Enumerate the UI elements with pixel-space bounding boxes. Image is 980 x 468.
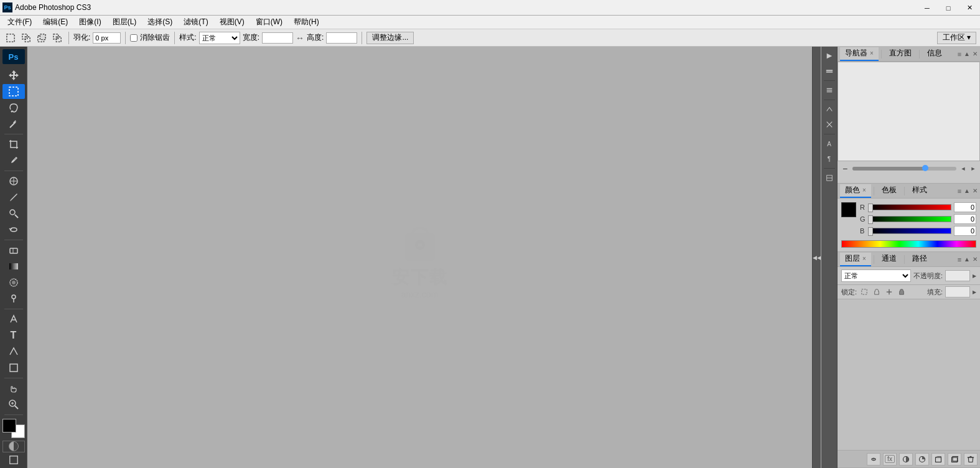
- slider-thumb[interactable]: [922, 165, 928, 171]
- navigator-tab-close[interactable]: ×: [870, 50, 874, 57]
- close-button[interactable]: ✕: [959, 0, 980, 16]
- path-select-button[interactable]: [2, 344, 25, 359]
- add-layer-style-button[interactable]: fx: [883, 453, 897, 466]
- layers-tab[interactable]: 图层 ×: [840, 253, 871, 266]
- menu-image[interactable]: 图像(I): [74, 16, 106, 29]
- menu-view[interactable]: 视图(V): [215, 16, 250, 29]
- add-selection-btn[interactable]: [19, 31, 33, 45]
- mini-tool-2[interactable]: [823, 64, 836, 78]
- zoom-tool-button[interactable]: [2, 397, 25, 412]
- mini-tool-5[interactable]: [823, 118, 836, 131]
- maximize-button[interactable]: □: [938, 0, 959, 16]
- navigator-tab[interactable]: 导航器 ×: [840, 47, 879, 61]
- swatches-tab[interactable]: 色板: [877, 184, 902, 198]
- mini-tool-4[interactable]: [823, 103, 836, 116]
- navigator-close-x[interactable]: ✕: [973, 50, 978, 57]
- g-value-input[interactable]: [954, 214, 976, 224]
- color-tab[interactable]: 颜色 ×: [840, 184, 871, 198]
- delete-layer-button[interactable]: [964, 453, 978, 466]
- layers-tab-close[interactable]: ×: [862, 255, 866, 262]
- nav-arrow-right[interactable]: ►: [969, 164, 978, 173]
- zoom-out-button[interactable]: −: [840, 164, 850, 174]
- foreground-color-swatch[interactable]: [2, 419, 16, 433]
- opacity-input[interactable]: [945, 270, 970, 281]
- mini-tool-8[interactable]: [823, 171, 836, 185]
- r-value-input[interactable]: [954, 202, 976, 212]
- menu-filter[interactable]: 滤镜(T): [179, 16, 213, 29]
- new-layer-button[interactable]: [948, 453, 961, 466]
- crop-tool-button[interactable]: [2, 137, 25, 152]
- screen-mode-button[interactable]: [2, 455, 25, 466]
- info-tab[interactable]: 信息: [922, 47, 947, 61]
- color-collapse-button[interactable]: ▲: [964, 187, 970, 194]
- styles-tab[interactable]: 样式: [907, 184, 932, 198]
- menu-select[interactable]: 选择(S): [142, 16, 177, 29]
- shape-tool-button[interactable]: [2, 360, 25, 375]
- mini-tool-1[interactable]: [823, 49, 836, 63]
- menu-edit[interactable]: 编辑(E): [38, 16, 73, 29]
- swap-icon[interactable]: ↔: [296, 33, 304, 43]
- color-spectrum[interactable]: [841, 240, 976, 248]
- adjust-edges-button[interactable]: 调整边缘...: [366, 32, 414, 44]
- anti-alias-checkbox[interactable]: [130, 34, 138, 42]
- mini-tool-6[interactable]: A: [823, 137, 836, 151]
- fill-input[interactable]: [945, 286, 970, 297]
- new-group-button[interactable]: [931, 453, 945, 466]
- history-brush-button[interactable]: [2, 222, 25, 237]
- healing-brush-button[interactable]: [2, 174, 25, 189]
- dodge-tool-button[interactable]: [2, 291, 25, 306]
- channels-tab[interactable]: 通道: [877, 253, 902, 266]
- b-thumb[interactable]: [868, 227, 873, 236]
- r-thumb[interactable]: [868, 204, 873, 212]
- feather-input[interactable]: [93, 32, 121, 44]
- workspace-button[interactable]: 工作区 ▾: [937, 32, 976, 44]
- gradient-tool-button[interactable]: [2, 259, 25, 274]
- g-thumb[interactable]: [868, 215, 873, 224]
- r-slider[interactable]: [870, 204, 951, 210]
- color-swatch-preview[interactable]: [841, 202, 856, 217]
- opacity-arrow[interactable]: ▶: [973, 273, 976, 279]
- mini-tool-7[interactable]: ¶: [823, 152, 836, 166]
- nav-arrow-left[interactable]: ◄: [959, 164, 968, 173]
- quick-mask-button[interactable]: [2, 441, 25, 452]
- lock-all-btn[interactable]: [897, 287, 907, 297]
- histogram-tab[interactable]: 直方图: [884, 47, 917, 61]
- blend-mode-select[interactable]: 正常 溶解 变暗: [841, 269, 911, 282]
- eyedropper-tool-button[interactable]: [2, 153, 25, 168]
- brush-tool-button[interactable]: [2, 190, 25, 205]
- move-tool-button[interactable]: [2, 68, 25, 83]
- color-menu-button[interactable]: ≡: [958, 187, 961, 195]
- intersect-selection-btn[interactable]: [50, 31, 64, 45]
- fill-arrow[interactable]: ▶: [973, 289, 976, 295]
- new-selection-btn[interactable]: [4, 31, 17, 45]
- lock-position-btn[interactable]: [884, 287, 894, 297]
- color-swatches[interactable]: [2, 419, 25, 438]
- b-value-input[interactable]: [954, 226, 976, 236]
- pen-tool-button[interactable]: [2, 312, 25, 327]
- g-slider[interactable]: [870, 216, 951, 222]
- layers-close-x[interactable]: ✕: [973, 256, 978, 263]
- menu-window[interactable]: 窗口(W): [251, 16, 287, 29]
- subtract-selection-btn[interactable]: [35, 31, 49, 45]
- blur-tool-button[interactable]: [2, 275, 25, 290]
- navigator-menu-button[interactable]: ≡: [958, 50, 961, 58]
- minimize-button[interactable]: ─: [917, 0, 938, 16]
- marquee-tool-button[interactable]: [2, 84, 25, 99]
- menu-file[interactable]: 文件(F): [2, 16, 37, 29]
- new-fill-adjust-button[interactable]: [915, 453, 929, 466]
- menu-help[interactable]: 帮助(H): [289, 16, 324, 29]
- panel-collapse-button[interactable]: ◀◀: [812, 47, 821, 468]
- eraser-tool-button[interactable]: [2, 243, 25, 258]
- navigator-slider[interactable]: [852, 167, 956, 171]
- height-input[interactable]: [326, 32, 357, 44]
- add-mask-button[interactable]: [899, 453, 913, 466]
- color-close-x[interactable]: ✕: [973, 187, 978, 194]
- layers-menu-button[interactable]: ≡: [958, 256, 961, 263]
- lock-transparent-btn[interactable]: [859, 287, 869, 297]
- navigator-collapse-button[interactable]: ▲: [964, 50, 970, 57]
- clone-stamp-button[interactable]: [2, 206, 25, 221]
- b-slider[interactable]: [870, 228, 951, 234]
- lock-image-btn[interactable]: [872, 287, 882, 297]
- style-select[interactable]: 正常 固定比例 固定大小: [199, 32, 240, 44]
- paths-tab[interactable]: 路径: [907, 253, 932, 266]
